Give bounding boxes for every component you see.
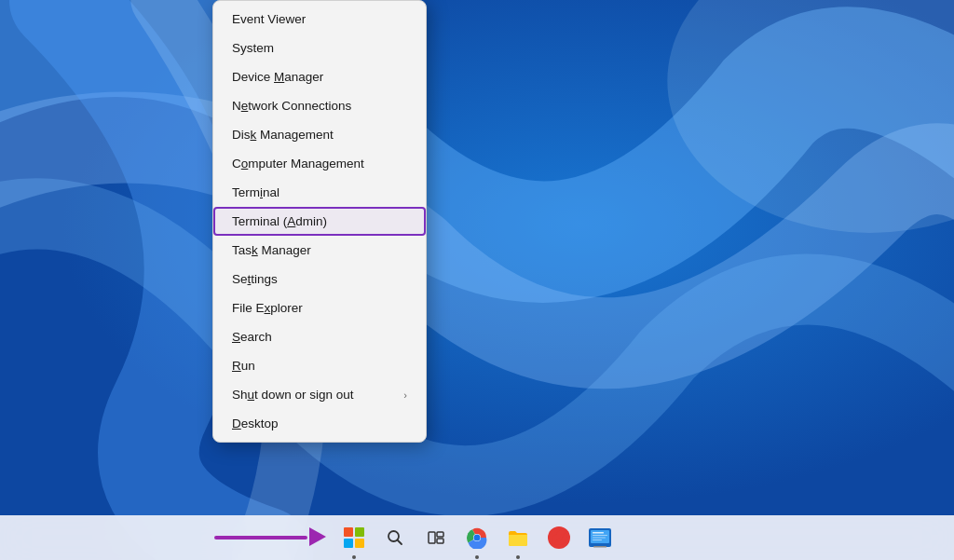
start-button-arrow (214, 523, 326, 551)
taskview-icon (427, 528, 445, 547)
win-logo-yellow (355, 539, 364, 548)
menu-item-label: Desktop (232, 417, 279, 430)
taskbar-app5-button[interactable]: 💋 (540, 519, 578, 556)
menu-item-label: Computer Management (232, 157, 364, 171)
svg-rect-16 (593, 532, 604, 534)
menu-item-terminal[interactable]: Terminal (213, 178, 426, 207)
svg-rect-19 (593, 540, 602, 540)
windows-logo (344, 527, 364, 548)
menu-item-settings[interactable]: Settings (213, 265, 426, 294)
svg-rect-14 (595, 544, 605, 546)
svg-rect-17 (593, 535, 607, 536)
menu-item-label: Settings (232, 272, 278, 286)
wallpaper (0, 0, 954, 560)
menu-item-network-connections[interactable]: Network Connections (213, 91, 426, 120)
menu-item-system[interactable]: System (213, 34, 426, 62)
menu-item-computer-management[interactable]: Computer Management (213, 149, 426, 178)
menu-item-label: Terminal (232, 185, 279, 199)
menu-item-task-manager[interactable]: Task Manager (213, 236, 426, 265)
context-menu: Event ViewerSystemDevice ManagerNetwork … (212, 0, 427, 443)
menu-item-label: Device Manager (232, 70, 323, 84)
svg-text:💋: 💋 (552, 530, 568, 546)
menu-item-label: Network Connections (232, 99, 351, 113)
svg-rect-15 (593, 546, 606, 548)
arrow-head (309, 527, 326, 546)
menu-item-disk-management[interactable]: Disk Management (213, 120, 426, 149)
menu-item-event-viewer[interactable]: Event Viewer (213, 5, 426, 34)
explorer-dot (516, 555, 520, 559)
svg-rect-5 (437, 532, 443, 537)
menu-item-shut-down[interactable]: Shut down or sign out› (213, 380, 426, 409)
menu-item-label: Event Viewer (232, 12, 306, 26)
svg-rect-18 (593, 538, 606, 539)
menu-item-terminal-admin[interactable]: Terminal (Admin) (213, 207, 426, 236)
win-logo-red (344, 527, 353, 537)
menu-item-device-manager[interactable]: Device Manager (213, 62, 426, 91)
taskbar-search-button[interactable] (376, 519, 414, 556)
start-dot (352, 555, 356, 559)
menu-item-file-explorer[interactable]: File Explorer (213, 294, 426, 322)
taskbar-taskview-button[interactable] (417, 519, 455, 556)
menu-item-label: Disk Management (232, 128, 334, 142)
menu-item-label: System (232, 41, 274, 55)
menu-item-label: Shut down or sign out (232, 388, 354, 402)
menu-item-label: Terminal (Admin) (232, 214, 327, 228)
svg-rect-4 (429, 532, 435, 543)
menu-item-label: Run (232, 359, 255, 373)
folder-icon (507, 527, 529, 548)
menu-item-desktop[interactable]: Desktop (213, 409, 426, 438)
menu-item-label: Search (232, 330, 272, 344)
taskbar-fileexplorer-button[interactable] (499, 519, 537, 556)
search-icon (386, 528, 404, 547)
app6-icon (588, 526, 612, 550)
arrow-shaft (214, 536, 307, 540)
desktop: Event ViewerSystemDevice ManagerNetwork … (0, 0, 954, 560)
menu-item-run[interactable]: Run (213, 351, 426, 380)
chrome-dot (475, 555, 479, 559)
svg-point-9 (474, 535, 481, 541)
taskbar-app6-button[interactable] (581, 519, 619, 556)
submenu-chevron: › (403, 389, 407, 401)
win-logo-green (355, 527, 364, 537)
svg-line-3 (398, 540, 402, 545)
win-logo-blue (344, 539, 353, 548)
app5-icon: 💋 (547, 526, 571, 550)
taskbar: 💋 (0, 515, 954, 560)
svg-rect-6 (437, 539, 443, 543)
start-button[interactable] (335, 519, 373, 556)
taskbar-chrome-button[interactable] (458, 519, 496, 556)
menu-item-label: Task Manager (232, 243, 311, 257)
chrome-icon (466, 526, 488, 549)
menu-item-label: File Explorer (232, 301, 303, 315)
menu-item-search[interactable]: Search (213, 322, 426, 351)
